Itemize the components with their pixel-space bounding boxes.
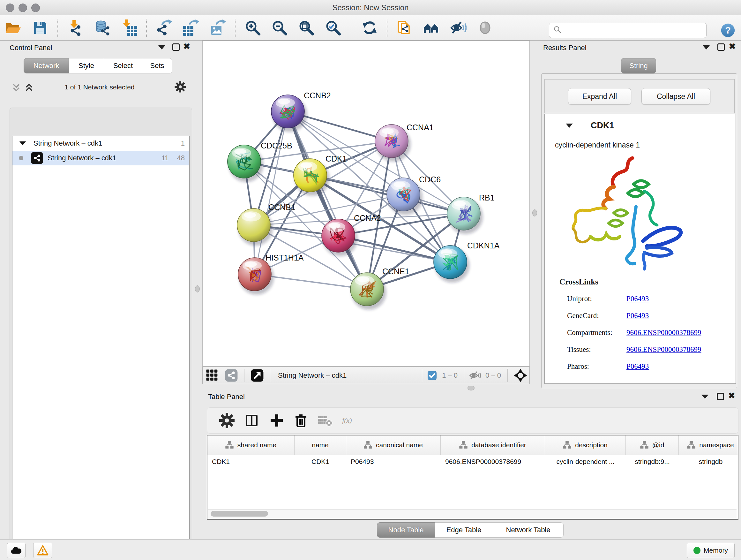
- result-section-header[interactable]: CDK1: [545, 114, 736, 137]
- import-network-from-file-button[interactable]: [67, 19, 84, 37]
- table-cell[interactable]: 9606.ENSP00000378699: [441, 458, 545, 465]
- save-session-button[interactable]: [31, 19, 49, 37]
- network-node-RB1[interactable]: [447, 197, 483, 234]
- table-cell[interactable]: cyclin-dependent ...: [545, 458, 626, 465]
- warnings-button[interactable]: [33, 543, 52, 558]
- show-hide-button[interactable]: [450, 19, 467, 37]
- column-header--id[interactable]: @id: [626, 435, 679, 455]
- tab-network[interactable]: Network: [23, 58, 69, 73]
- results-panel-float-icon[interactable]: [718, 44, 725, 51]
- gear-icon[interactable]: [174, 81, 186, 93]
- import-network-from-database-button[interactable]: [93, 19, 111, 37]
- crosslink-link[interactable]: P06493: [626, 295, 649, 303]
- network-node-HIST1H1A[interactable]: [238, 258, 274, 295]
- grid-view-icon[interactable]: [205, 368, 219, 382]
- memory-button[interactable]: Memory: [687, 543, 735, 558]
- crosslink-link[interactable]: P06493: [626, 312, 649, 320]
- crosshair-icon[interactable]: [514, 368, 528, 382]
- table-panel-collapse-icon[interactable]: [701, 395, 709, 399]
- export-image-button[interactable]: [209, 19, 226, 37]
- control-panel-close-icon[interactable]: ✖: [183, 42, 190, 51]
- column-header-description[interactable]: description: [545, 435, 626, 455]
- results-panel-close-icon[interactable]: ✖: [729, 42, 736, 51]
- table-row[interactable]: CDK1CDK1P064939606.ENSP00000378699cyclin…: [207, 455, 738, 469]
- export-network-button[interactable]: [155, 19, 173, 37]
- expand-all-button[interactable]: Expand All: [568, 88, 631, 105]
- splitter-handle[interactable]: [468, 386, 475, 390]
- results-panel-collapse-icon[interactable]: [703, 45, 710, 50]
- export-table-button[interactable]: [182, 19, 199, 37]
- first-neighbors-button[interactable]: [423, 19, 440, 37]
- column-header-canonical-name[interactable]: canonical name: [346, 435, 441, 455]
- network-node-CDK1[interactable]: [293, 159, 329, 196]
- toggle-view-button[interactable]: [476, 19, 494, 37]
- copy-style-button[interactable]: [396, 19, 413, 37]
- birdseye-icon[interactable]: [250, 368, 264, 382]
- network-node-CCNA2[interactable]: [322, 219, 357, 256]
- node-label-HIST1H1A: HIST1H1A: [266, 253, 304, 262]
- node-label-CCNA2: CCNA2: [354, 213, 381, 223]
- zoom-selected-button[interactable]: [325, 19, 342, 37]
- tree-expand-icon[interactable]: [19, 141, 26, 145]
- network-row-selected[interactable]: String Network – cdk1 11 48: [12, 151, 189, 165]
- network-collection-row[interactable]: String Network – cdk1 1: [12, 136, 189, 151]
- selected-checkbox-icon[interactable]: [427, 371, 437, 380]
- tab-edge-table[interactable]: Edge Table: [435, 522, 493, 538]
- horizontal-scrollbar[interactable]: [208, 509, 737, 518]
- add-column-icon[interactable]: [268, 412, 285, 429]
- delete-table-icon: [317, 412, 333, 429]
- hidden-eye-icon[interactable]: [469, 369, 481, 381]
- crosslink-link[interactable]: 9606.ENSP00000378699: [626, 328, 701, 337]
- table-cell[interactable]: CDK1: [207, 458, 294, 465]
- tab-select[interactable]: Select: [104, 58, 142, 73]
- network-node-CDKN1A[interactable]: [434, 246, 469, 283]
- help-button[interactable]: ?: [720, 23, 736, 38]
- splitter-handle[interactable]: [532, 209, 537, 216]
- search-box[interactable]: [549, 23, 706, 38]
- column-header-name[interactable]: name: [294, 435, 346, 455]
- zoom-fit-button[interactable]: [298, 19, 315, 37]
- control-panel-float-icon[interactable]: [172, 44, 180, 51]
- network-node-CCNB2[interactable]: [271, 95, 307, 132]
- network-node-CDC25B[interactable]: [227, 145, 263, 182]
- collapse-all-button[interactable]: Collapse All: [642, 88, 711, 105]
- network-edge-CCNB2-CCNE1[interactable]: [288, 111, 367, 289]
- delete-column-icon[interactable]: [293, 412, 309, 429]
- table-cell[interactable]: stringdb: [679, 458, 741, 465]
- columns-icon[interactable]: [244, 412, 260, 429]
- import-table-button[interactable]: [120, 19, 138, 37]
- table-cell[interactable]: stringdb:9...: [626, 458, 679, 465]
- string-network-icon: [31, 152, 43, 164]
- tab-sets[interactable]: Sets: [142, 58, 172, 73]
- column-header-database-identifier[interactable]: database identifier: [441, 435, 545, 455]
- string-share-icon[interactable]: [224, 368, 239, 382]
- table-panel-close-icon[interactable]: ✖: [728, 391, 735, 400]
- tab-node-table[interactable]: Node Table: [377, 522, 435, 538]
- table-cell[interactable]: P06493: [346, 458, 441, 465]
- column-header-shared-name[interactable]: shared name: [207, 435, 294, 455]
- zoom-in-button[interactable]: [244, 19, 261, 37]
- gear-icon[interactable]: [219, 412, 235, 429]
- refresh-button[interactable]: [361, 19, 378, 37]
- tab-style[interactable]: Style: [69, 58, 104, 73]
- tab-string[interactable]: String: [621, 58, 656, 73]
- table-cell[interactable]: CDK1: [294, 458, 346, 465]
- table-panel-float-icon[interactable]: [717, 393, 724, 400]
- open-session-button[interactable]: [5, 19, 22, 37]
- scrollbar-thumb[interactable]: [211, 511, 268, 516]
- node-label-CCNB2: CCNB2: [304, 91, 331, 100]
- tab-network-table[interactable]: Network Table: [493, 522, 563, 538]
- network-node-CCNA1[interactable]: [375, 125, 411, 162]
- divider: [270, 369, 270, 382]
- control-panel-collapse-icon[interactable]: [158, 45, 165, 50]
- cloud-button[interactable]: [7, 543, 25, 558]
- splitter-handle[interactable]: [195, 286, 200, 293]
- search-input[interactable]: [564, 23, 706, 37]
- column-header-namespace[interactable]: namespace: [679, 435, 741, 455]
- section-collapse-icon[interactable]: [566, 124, 573, 128]
- network-canvas[interactable]: CCNB2 CCNA1 CDC25B CDK1 CDC6 RB1 CCNB1: [202, 41, 530, 367]
- crosslink-link[interactable]: P06493: [626, 362, 649, 371]
- zoom-out-button[interactable]: [271, 19, 288, 37]
- crosslink-link[interactable]: 9606.ENSP00000378699: [626, 346, 701, 354]
- network-node-CDC6[interactable]: [387, 178, 422, 215]
